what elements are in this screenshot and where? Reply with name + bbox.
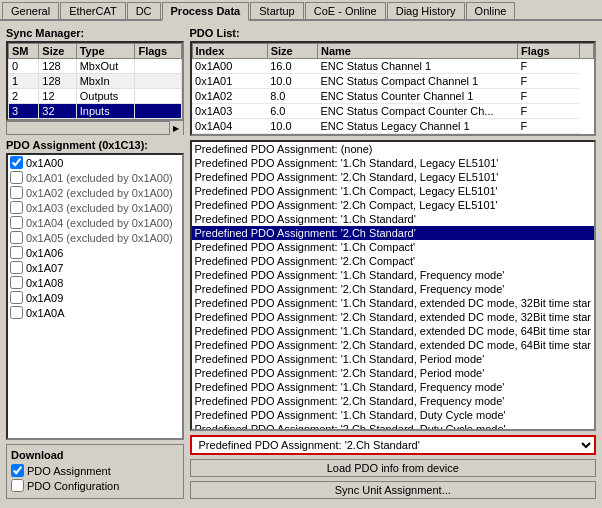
download-checkbox[interactable] <box>11 479 24 492</box>
pdo-list-wrapper: Index Size Name Flags 0x1A00 16.0 ENC St… <box>190 41 596 136</box>
pdo-col-size: Size <box>267 44 317 59</box>
pdo-assign-checkbox[interactable] <box>10 171 23 184</box>
sm-cell-type: MbxIn <box>76 74 135 89</box>
predefined-list-item[interactable]: Predefined PDO Assignment: '2.Ch Standar… <box>192 366 594 380</box>
sm-hscroll[interactable]: ▶ <box>6 121 184 135</box>
sync-unit-button[interactable]: Sync Unit Assignment... <box>190 481 596 499</box>
pdo-assign-item[interactable]: 0x1A04 (excluded by 0x1A00) <box>8 215 182 230</box>
predefined-list-item[interactable]: Predefined PDO Assignment: '2.Ch Standar… <box>192 394 594 408</box>
tab-startup[interactable]: Startup <box>250 2 303 19</box>
sm-cell-size: 12 <box>39 89 76 104</box>
predefined-list-item[interactable]: Predefined PDO Assignment: '1.Ch Standar… <box>192 268 594 282</box>
pdo-assign-checkbox[interactable] <box>10 306 23 319</box>
predefined-list-item[interactable]: Predefined PDO Assignment: '2.Ch Standar… <box>192 338 594 352</box>
pdo-assignment-wrapper[interactable]: 0x1A000x1A01 (excluded by 0x1A00)0x1A02 … <box>6 153 184 440</box>
pdo-cell-name: ENC Status Legacy Channel 1 <box>317 119 517 134</box>
predefined-list-item[interactable]: Predefined PDO Assignment: '1.Ch Standar… <box>192 380 594 394</box>
tab-process-data[interactable]: Process Data <box>162 2 250 21</box>
pdo-assign-item-label: 0x1A03 (excluded by 0x1A00) <box>26 202 173 214</box>
pdo-list-row[interactable]: 0x1A03 6.0 ENC Status Compact Counter Ch… <box>192 104 593 119</box>
pdo-assign-item[interactable]: 0x1A05 (excluded by 0x1A00) <box>8 230 182 245</box>
predefined-list-item[interactable]: Predefined PDO Assignment: '1.Ch Standar… <box>192 212 594 226</box>
tab-coe-online[interactable]: CoE - Online <box>305 2 386 19</box>
pdo-assign-item[interactable]: 0x1A03 (excluded by 0x1A00) <box>8 200 182 215</box>
sm-cell-flags <box>135 89 181 104</box>
sm-table-row[interactable]: 0 128 MbxOut <box>9 59 182 74</box>
pdo-cell-index: 0x1A00 <box>192 59 267 74</box>
predefined-list-item[interactable]: Predefined PDO Assignment: '1.Ch Standar… <box>192 352 594 366</box>
pdo-assign-checkbox[interactable] <box>10 276 23 289</box>
download-section: Download PDO AssignmentPDO Configuration <box>6 444 184 499</box>
predefined-list-wrapper[interactable]: Predefined PDO Assignment: (none)Predefi… <box>190 140 596 431</box>
predefined-list-item[interactable]: Predefined PDO Assignment: '2.Ch Standar… <box>192 226 594 240</box>
pdo-assign-checkbox[interactable] <box>10 156 23 169</box>
pdo-assignment-section: PDO Assignment (0x1C13): 0x1A000x1A01 (e… <box>6 139 184 440</box>
download-label: Download <box>11 449 179 461</box>
pdo-assign-item-label: 0x1A00 <box>26 157 63 169</box>
load-pdo-button[interactable]: Load PDO info from device <box>190 459 596 477</box>
col-size: Size <box>39 44 76 59</box>
pdo-assign-checkbox[interactable] <box>10 291 23 304</box>
pdo-assign-checkbox[interactable] <box>10 216 23 229</box>
pdo-assign-checkbox[interactable] <box>10 261 23 274</box>
sm-cell-type: MbxOut <box>76 59 135 74</box>
pdo-list-row[interactable]: 0x1A02 8.0 ENC Status Counter Channel 1 … <box>192 89 593 104</box>
pdo-assign-item[interactable]: 0x1A07 <box>8 260 182 275</box>
tab-dc[interactable]: DC <box>127 2 161 19</box>
download-item: PDO Configuration <box>11 479 179 492</box>
tab-general[interactable]: General <box>2 2 59 19</box>
sm-table-row[interactable]: 3 32 Inputs <box>9 104 182 119</box>
predefined-list-item[interactable]: Predefined PDO Assignment: '1.Ch Compact… <box>192 240 594 254</box>
predefined-list-item[interactable]: Predefined PDO Assignment: '2.Ch Standar… <box>192 282 594 296</box>
pdo-assign-checkbox[interactable] <box>10 201 23 214</box>
pdo-list-row[interactable]: 0x1A04 10.0 ENC Status Legacy Channel 1 … <box>192 119 593 134</box>
download-item-label: PDO Assignment <box>27 465 111 477</box>
pdo-cell-name: ENC Status Counter Channel 1 <box>317 89 517 104</box>
tab-ethercat[interactable]: EtherCAT <box>60 2 125 19</box>
pdo-col-flags: Flags <box>517 44 579 59</box>
pdo-assign-item[interactable]: 0x1A02 (excluded by 0x1A00) <box>8 185 182 200</box>
pdo-cell-flags: F <box>517 89 579 104</box>
pdo-list-row[interactable]: 0x1A00 16.0 ENC Status Channel 1 F <box>192 59 593 74</box>
predefined-list-item[interactable]: Predefined PDO Assignment: (none) <box>192 142 594 156</box>
predefined-list-item[interactable]: Predefined PDO Assignment: '2.Ch Compact… <box>192 198 594 212</box>
sm-cell-sm: 3 <box>9 104 39 119</box>
tab-diag-history[interactable]: Diag History <box>387 2 465 19</box>
sm-table-row[interactable]: 2 12 Outputs <box>9 89 182 104</box>
predefined-list-item[interactable]: Predefined PDO Assignment: '2.Ch Standar… <box>192 310 594 324</box>
pdo-assign-item[interactable]: 0x1A08 <box>8 275 182 290</box>
pdo-assign-item[interactable]: 0x1A0A <box>8 305 182 320</box>
predefined-dropdown[interactable]: Predefined PDO Assignment: '2.Ch Standar… <box>190 435 596 455</box>
pdo-assign-item-label: 0x1A09 <box>26 292 63 304</box>
sm-cell-flags <box>135 74 181 89</box>
download-checkbox[interactable] <box>11 464 24 477</box>
predefined-list-item[interactable]: Predefined PDO Assignment: '2.Ch Standar… <box>192 170 594 184</box>
pdo-cell-name: ENC Status Compact Counter Ch... <box>317 104 517 119</box>
pdo-list-row[interactable]: 0x1A01 10.0 ENC Status Compact Channel 1… <box>192 74 593 89</box>
sm-table-row[interactable]: 1 128 MbxIn <box>9 74 182 89</box>
pdo-assign-item[interactable]: 0x1A09 <box>8 290 182 305</box>
predefined-list-item[interactable]: Predefined PDO Assignment: '2.Ch Standar… <box>192 422 594 431</box>
pdo-assign-checkbox[interactable] <box>10 231 23 244</box>
col-flags: Flags <box>135 44 181 59</box>
predefined-list-item[interactable]: Predefined PDO Assignment: '1.Ch Standar… <box>192 156 594 170</box>
pdo-assignment-label: PDO Assignment (0x1C13): <box>6 139 184 151</box>
tab-online[interactable]: Online <box>466 2 516 19</box>
button-row-2: Sync Unit Assignment... <box>190 481 596 499</box>
pdo-assign-item[interactable]: 0x1A06 <box>8 245 182 260</box>
sm-cell-flags <box>135 104 181 119</box>
pdo-assign-checkbox[interactable] <box>10 186 23 199</box>
pdo-assign-item[interactable]: 0x1A00 <box>8 155 182 170</box>
pdo-col-index: Index <box>192 44 267 59</box>
pdo-cell-flags: F <box>517 104 579 119</box>
predefined-list-item[interactable]: Predefined PDO Assignment: '1.Ch Standar… <box>192 408 594 422</box>
predefined-list-item[interactable]: Predefined PDO Assignment: '1.Ch Standar… <box>192 324 594 338</box>
predefined-list-item[interactable]: Predefined PDO Assignment: '1.Ch Standar… <box>192 296 594 310</box>
pdo-assign-item[interactable]: 0x1A01 (excluded by 0x1A00) <box>8 170 182 185</box>
predefined-list-item[interactable]: Predefined PDO Assignment: '1.Ch Compact… <box>192 184 594 198</box>
pdo-assign-item-label: 0x1A07 <box>26 262 63 274</box>
sm-scroll-right[interactable]: ▶ <box>169 121 183 135</box>
pdo-cell-flags: F <box>517 74 579 89</box>
pdo-assign-checkbox[interactable] <box>10 246 23 259</box>
predefined-list-item[interactable]: Predefined PDO Assignment: '2.Ch Compact… <box>192 254 594 268</box>
